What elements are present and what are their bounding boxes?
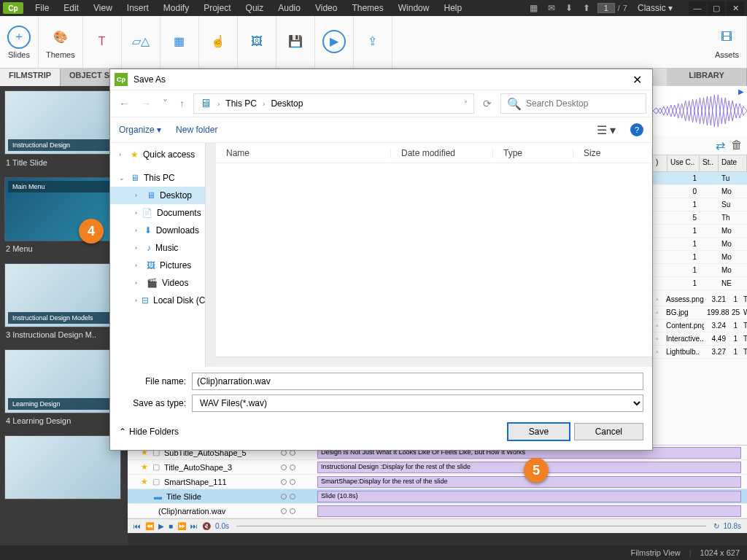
library-row[interactable]: 0Mo bbox=[653, 185, 747, 198]
tree-documents[interactable]: ›📄Documents bbox=[110, 204, 205, 222]
file-scrollbar-h[interactable] bbox=[216, 357, 652, 367]
timeline-row[interactable]: ★▢Title_AutoShape_3Instructional Design … bbox=[128, 460, 747, 475]
menu-window[interactable]: Window bbox=[392, 1, 436, 15]
interaction-icon[interactable]: ☝ bbox=[206, 30, 230, 53]
col-name[interactable]: Name bbox=[216, 148, 391, 158]
tree-music[interactable]: ›♪Music bbox=[110, 239, 205, 257]
media-icon[interactable]: 🖼 bbox=[245, 30, 268, 53]
tree-desktop[interactable]: ›🖥Desktop bbox=[110, 187, 205, 204]
slide-thumb-5[interactable] bbox=[4, 435, 123, 499]
library-file-row[interactable]: ▫Assess.png3.211Tu bbox=[653, 293, 747, 306]
timeline-rewind-icon[interactable]: ⏮ bbox=[133, 522, 141, 530]
filetype-select[interactable]: WAV Files(*.wav) bbox=[192, 394, 643, 412]
help-icon[interactable]: ? bbox=[630, 123, 643, 136]
slides-icon[interactable]: ＋ bbox=[7, 26, 31, 49]
hide-folders-button[interactable]: ⌃Hide Folders bbox=[119, 427, 179, 437]
maximize-button[interactable]: ▢ bbox=[708, 1, 725, 15]
col-size[interactable]: Size bbox=[573, 148, 652, 158]
library-row[interactable]: 1NE bbox=[653, 277, 747, 290]
play-icon[interactable]: ▶ bbox=[738, 88, 744, 96]
timeline-end-icon[interactable]: ⏭ bbox=[190, 522, 198, 530]
slide-thumb-2[interactable]: Main Menu 2 Menu bbox=[4, 177, 123, 256]
library-row[interactable]: 1Mo bbox=[653, 238, 747, 251]
menu-themes[interactable]: Themes bbox=[346, 1, 389, 15]
shapes-icon[interactable]: ▱△ bbox=[129, 30, 152, 53]
minimize-button[interactable]: — bbox=[689, 1, 706, 15]
tree-local-disk[interactable]: ›⊟Local Disk (C:) bbox=[110, 292, 205, 309]
library-row[interactable]: 1Tu bbox=[653, 172, 747, 185]
slide-thumb-3[interactable]: Instructional Design Models 3 Instructio… bbox=[4, 263, 123, 342]
timeline-row[interactable]: ★▢SmartShape_111SmartShape:Display for t… bbox=[128, 475, 747, 489]
timeline-stop-icon[interactable]: ■ bbox=[169, 522, 173, 530]
publish-icon[interactable]: ⇪ bbox=[361, 30, 384, 53]
new-folder-button[interactable]: New folder bbox=[176, 125, 217, 135]
nav-up-icon[interactable]: ↑ bbox=[177, 98, 187, 109]
menu-edit[interactable]: Edit bbox=[58, 1, 85, 15]
menu-quiz[interactable]: Quiz bbox=[240, 1, 270, 15]
col-type[interactable]: Type bbox=[493, 148, 573, 158]
timeline-row[interactable]: (Clip)narration.wav bbox=[128, 504, 747, 518]
timeline-fwd-icon[interactable]: ⏩ bbox=[177, 522, 186, 530]
tree-quick-access[interactable]: ›★Quick access bbox=[110, 146, 205, 163]
slide-thumb-4[interactable]: Learning Design 4 Learning Design bbox=[4, 349, 123, 428]
organize-button[interactable]: Organize ▾ bbox=[119, 125, 161, 135]
dialog-close-button[interactable]: ✕ bbox=[627, 73, 648, 87]
timeline-mute-icon[interactable]: 🔇 bbox=[202, 522, 211, 530]
library-file-row[interactable]: ▫Interactive..4.491Tu bbox=[653, 332, 747, 346]
nav-back-icon[interactable]: ← bbox=[116, 98, 132, 109]
refresh-icon[interactable]: ⟳ bbox=[480, 98, 495, 109]
menu-project[interactable]: Project bbox=[198, 1, 236, 15]
library-file-row[interactable]: ▫BG.jpg199.8825We bbox=[653, 306, 747, 319]
grid-icon[interactable]: ▦ bbox=[527, 1, 541, 15]
tab-filmstrip[interactable]: FILMSTRIP bbox=[0, 69, 61, 86]
assets-icon[interactable]: 🎞 bbox=[715, 26, 738, 49]
library-file-row[interactable]: ▫Lightbulb..3.271Tu bbox=[653, 346, 747, 359]
library-file-row[interactable]: ▫Content.png3.241Tu bbox=[653, 319, 747, 332]
timeline-loop-icon[interactable]: ↻ bbox=[713, 522, 719, 530]
menu-modify[interactable]: Modify bbox=[158, 1, 195, 15]
tree-videos[interactable]: ›🎬Videos bbox=[110, 274, 205, 292]
menu-insert[interactable]: Insert bbox=[121, 1, 155, 15]
workspace-selector[interactable]: Classic ▾ bbox=[632, 1, 678, 15]
library-row[interactable]: 1Mo bbox=[653, 264, 747, 277]
cancel-button[interactable]: Cancel bbox=[574, 423, 643, 440]
close-button[interactable]: ✕ bbox=[727, 1, 744, 15]
nav-dropdown-icon[interactable]: ˅ bbox=[160, 98, 171, 109]
page-current-input[interactable] bbox=[597, 3, 615, 13]
file-list[interactable] bbox=[216, 163, 652, 357]
tree-downloads[interactable]: ›⬇Downloads bbox=[110, 222, 205, 239]
tab-library[interactable]: LIBRARY bbox=[667, 69, 747, 86]
search-input[interactable] bbox=[526, 98, 640, 109]
timeline-row[interactable]: ▬Title SlideSlide (10.8s) bbox=[128, 489, 747, 504]
download-icon[interactable]: ⬇ bbox=[562, 1, 576, 15]
tree-this-pc[interactable]: ⌄🖥This PC bbox=[110, 169, 205, 187]
filename-input[interactable] bbox=[192, 373, 643, 390]
view-options-icon[interactable]: ☰ ▾ bbox=[597, 123, 616, 137]
link-icon[interactable]: ⇄ bbox=[716, 139, 725, 152]
text-icon[interactable]: T bbox=[90, 30, 114, 53]
library-row[interactable]: 1Su bbox=[653, 198, 747, 211]
tree-scrollbar[interactable] bbox=[205, 143, 215, 367]
timeline-back-icon[interactable]: ⏪ bbox=[145, 522, 154, 530]
save-button[interactable]: Save bbox=[507, 422, 570, 441]
menu-video[interactable]: Video bbox=[309, 1, 343, 15]
timeline-play-icon[interactable]: ▶ bbox=[158, 522, 164, 530]
nav-forward-icon[interactable]: → bbox=[138, 98, 154, 109]
menu-audio[interactable]: Audio bbox=[272, 1, 306, 15]
library-row[interactable]: 1Mo bbox=[653, 225, 747, 238]
slide-thumb-1[interactable]: Instructional Design 1 Title Slide🔊 bbox=[4, 90, 123, 170]
menu-view[interactable]: View bbox=[88, 1, 118, 15]
preview-icon[interactable]: ▶ bbox=[322, 30, 346, 53]
trash-icon[interactable]: 🗑 bbox=[731, 139, 743, 152]
menu-file[interactable]: File bbox=[29, 1, 55, 15]
mail-icon[interactable]: ✉ bbox=[545, 1, 558, 15]
address-bar[interactable]: 🖥 › This PC › Desktop ˅ bbox=[193, 93, 474, 114]
upload-icon[interactable]: ⬆ bbox=[580, 1, 593, 15]
library-row[interactable]: 5Th bbox=[653, 211, 747, 225]
library-row[interactable]: 1Mo bbox=[653, 251, 747, 264]
tree-pictures[interactable]: ›🖼Pictures bbox=[110, 257, 205, 274]
save-icon[interactable]: 💾 bbox=[284, 30, 307, 53]
menu-help[interactable]: Help bbox=[438, 1, 468, 15]
themes-icon[interactable]: 🎨 bbox=[49, 26, 72, 49]
col-date[interactable]: Date modified bbox=[391, 148, 493, 158]
